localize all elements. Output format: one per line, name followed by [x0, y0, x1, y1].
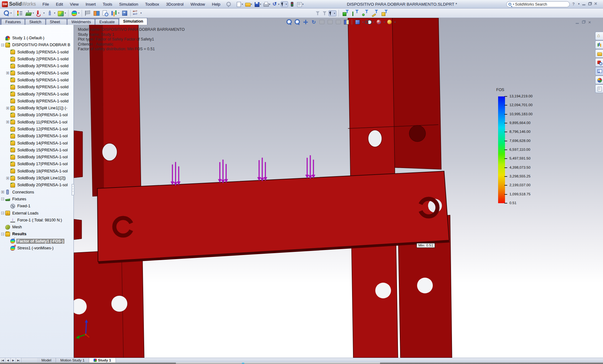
taskpane-search-results-button[interactable] — [595, 58, 603, 67]
filter-edges-button[interactable] — [351, 9, 360, 17]
restore-button[interactable] — [588, 3, 591, 5]
fixtures-advisor-button[interactable]: ▾ — [24, 9, 35, 17]
search-caret-icon[interactable]: ▾ — [513, 3, 514, 6]
tree-item-force-1-total-98100-n[interactable]: −Force-1 (:Total: 98100 N:) — [0, 217, 73, 224]
tree-item-solidbody-15-prensa-1-sol[interactable]: −SolidBody 15(PRENSA-1-sol — [0, 147, 73, 154]
expand-icon[interactable]: + — [6, 177, 9, 180]
rebuild-button[interactable] — [289, 1, 295, 8]
tab-nav-last-button[interactable]: ▶| — [16, 358, 21, 362]
menu-toolbox[interactable]: Toolbox — [142, 0, 163, 8]
search-box[interactable]: ▾ SolidWorks Search — [506, 1, 570, 7]
close-button[interactable]: × — [594, 1, 597, 7]
doc-restore-button[interactable] — [582, 21, 585, 24]
taskpane-design-library-button[interactable] — [595, 41, 603, 49]
tree-item-solidbody-2-prensa-1-solid[interactable]: −SolidBody 2(PRENSA-1-solid — [0, 56, 73, 62]
tree-item-solidbody-5-prensa-1-solid[interactable]: −SolidBody 5(PRENSA-1-solid — [0, 77, 73, 84]
compare-results-button[interactable] — [92, 9, 101, 17]
edit-appearance-icon[interactable] — [375, 19, 383, 25]
taskpane-file-explorer-button[interactable] — [595, 49, 603, 58]
section-view-icon[interactable] — [343, 19, 350, 25]
open-caret-icon[interactable]: ▾ — [251, 3, 252, 6]
tree-item-mesh[interactable]: −Mesh — [0, 224, 73, 231]
collapse-icon[interactable]: − — [1, 44, 4, 46]
print-caret-icon[interactable]: ▾ — [269, 3, 270, 6]
menu-simulation[interactable]: Simulation — [116, 0, 142, 8]
expand-icon[interactable]: + — [6, 121, 9, 123]
deformed-result-button[interactable] — [83, 9, 92, 17]
select-cursor-caret-icon[interactable]: ▾ — [334, 12, 335, 15]
tab-sheet-metal[interactable]: Sheet Metal — [46, 19, 67, 25]
external-loads-advisor-caret-icon[interactable]: ▾ — [43, 12, 45, 14]
run-study-button[interactable]: ▾ — [56, 9, 67, 17]
tree-item-fixtures[interactable]: −Fixtures — [0, 196, 73, 203]
menu-3dcontrol[interactable]: 3Dcontrol — [163, 0, 187, 8]
menu-help[interactable]: Help — [209, 0, 224, 8]
menu-file[interactable]: File — [39, 0, 52, 8]
filter-item-button[interactable] — [315, 11, 321, 16]
tree-item-solidbody-6-prensa-1-solid[interactable]: −SolidBody 6(PRENSA-1-solid — [0, 84, 73, 90]
filter-vertices-button[interactable] — [361, 9, 369, 17]
connections-advisor-caret-icon[interactable]: ▾ — [54, 12, 55, 14]
tab-nav-first-button[interactable]: |◀ — [0, 358, 5, 362]
roll-view-icon[interactable] — [318, 19, 326, 25]
undo-caret-icon[interactable]: ▾ — [278, 3, 280, 6]
tree-item-solidbody-10-prensa-1-sol[interactable]: −SolidBody 10(PRENSA-1-sol — [0, 111, 73, 118]
report-caret-icon[interactable]: ▾ — [118, 12, 119, 14]
save-caret-icon[interactable]: ▾ — [260, 3, 261, 6]
options-caret-icon[interactable]: ▾ — [302, 3, 304, 6]
menu-insert[interactable]: Insert — [82, 0, 99, 8]
study-advisor-button[interactable]: ▾ — [2, 9, 13, 17]
tree-item-dispositivo-para-dobrar-b[interactable]: −DISPOSITIVO PARA DOBRAR B — [0, 41, 73, 48]
tree-item-results[interactable]: −Results — [0, 231, 73, 237]
tab-weldments[interactable]: Weldments — [67, 19, 95, 25]
tree-item-solidbody-3-prensa-1-solid[interactable]: −SolidBody 3(PRENSA-1-solid — [0, 62, 73, 69]
tree-item-fixed-1[interactable]: −Fixed-1 — [0, 203, 73, 209]
tree-item-solidbody-8-prensa-1-solid[interactable]: −SolidBody 8(PRENSA-1-solid — [0, 98, 73, 105]
connections-advisor-button[interactable]: ▾ — [46, 9, 56, 17]
filter-faces-button[interactable] — [341, 9, 350, 17]
study-advisor-caret-icon[interactable]: ▾ — [10, 12, 12, 14]
new-button[interactable]: ▾ — [235, 1, 244, 8]
run-study-caret-icon[interactable]: ▾ — [65, 12, 66, 14]
menu-tools[interactable]: Tools — [99, 0, 116, 8]
named-views-icon[interactable] — [334, 19, 342, 25]
tree-item-external-loads[interactable]: −External Loads — [0, 209, 73, 216]
hide-show-items-icon[interactable] — [364, 19, 372, 25]
edit-appearance-caret-icon[interactable]: ▾ — [384, 21, 385, 24]
collapse-icon[interactable]: − — [1, 198, 4, 200]
report-button[interactable]: ▾ — [110, 9, 120, 17]
taskpane-resources-button[interactable] — [595, 32, 603, 40]
tree-item-solidbody-1-prensa-1-solid[interactable]: −SolidBody 1(PRENSA-1-solid — [0, 49, 73, 56]
plot-tools-button[interactable] — [101, 9, 110, 17]
expand-icon[interactable]: + — [6, 107, 9, 110]
rotate-view-icon[interactable] — [310, 19, 318, 25]
new-caret-icon[interactable]: ▾ — [242, 3, 243, 6]
tree-item-solidbody-11-prensa-1-sol[interactable]: +SolidBody 11(PRENSA-1-sol — [0, 119, 73, 126]
results-advisor-button[interactable]: ▾ — [70, 9, 80, 17]
help-button[interactable]: ? — [572, 2, 575, 6]
menu-window[interactable]: Window — [187, 0, 209, 8]
tab-features[interactable]: Features — [1, 19, 25, 25]
model-list-button[interactable] — [15, 9, 24, 17]
pan-icon[interactable] — [302, 19, 309, 25]
print-button[interactable]: ▾ — [263, 1, 271, 8]
collapse-icon[interactable]: − — [1, 212, 4, 215]
expand-icon[interactable]: + — [1, 191, 4, 193]
options-button[interactable]: ▾ — [296, 1, 304, 8]
taskpane-custom-properties-button[interactable] — [595, 84, 603, 93]
select-cursor-button[interactable]: ▾ — [329, 10, 336, 16]
tree-item-solidbody-7-prensa-1-solid[interactable]: −SolidBody 7(PRENSA-1-solid — [0, 90, 73, 97]
taskpane-view-palette-button[interactable] — [595, 67, 603, 75]
doc-minimize-button[interactable] — [576, 21, 579, 24]
windows-taskbar[interactable] — [0, 362, 603, 364]
graphics-viewport[interactable]: Model name: DISPOSITIVO PARA DOBRAR BARR… — [74, 18, 603, 358]
tree-item-solidbody-17-prensa-1-sol[interactable]: −SolidBody 17(PRENSA-1-sol — [0, 160, 73, 167]
model-beam[interactable] — [97, 171, 449, 262]
tab-simulation[interactable]: Simulation — [119, 18, 147, 25]
undo-button[interactable]: ▾ — [272, 1, 280, 8]
menu-edit[interactable]: Edit — [52, 0, 66, 8]
filter-hierarchy-button[interactable] — [322, 11, 328, 16]
apply-scene-caret-icon[interactable]: ▾ — [394, 21, 396, 24]
tree-item-solidbody-4-prensa-1-solid[interactable]: +SolidBody 4(PRENSA-1-solid — [0, 69, 73, 76]
tree-item-factor-of-safety1-fos[interactable]: −Factor of Safety1 (-FOS-) — [0, 238, 73, 245]
